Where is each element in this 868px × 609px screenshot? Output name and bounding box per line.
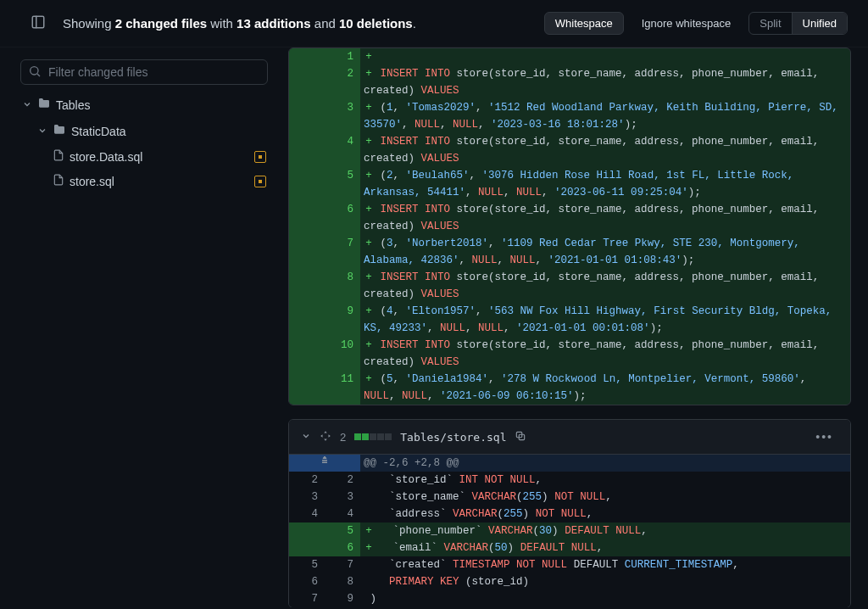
diff-line[interactable]: 7+ (3, 'Norbert2018', '1109 Red Cedar Tr… xyxy=(289,235,850,269)
changes-summary: Showing 2 changed files with 13 addition… xyxy=(63,16,416,31)
tree-file-store-sql[interactable]: store.sql xyxy=(44,169,275,193)
diff-file-store-data-sql: 1+ 2+ INSERT INTO store(store_id, store_… xyxy=(288,47,851,405)
tree-label: store.Data.sql xyxy=(70,150,142,164)
svg-point-2 xyxy=(31,67,38,75)
file-tree-sidebar: Tables StaticData store.Data.sql store.s… xyxy=(0,47,288,607)
tree-folder-staticdata[interactable]: StaticData xyxy=(29,118,275,144)
diff-line[interactable]: 1+ xyxy=(289,48,850,65)
tree-folder-tables[interactable]: Tables xyxy=(14,92,275,118)
diff-line[interactable]: 10+ INSERT INTO store(store_id, store_na… xyxy=(289,337,850,371)
svg-line-3 xyxy=(37,74,40,76)
change-count: 2 xyxy=(340,431,346,444)
whitespace-button[interactable]: Whitespace xyxy=(544,12,624,35)
diff-line[interactable]: 5+ (2, 'Beulah65', '3076 Hidden Rose Hil… xyxy=(289,167,850,201)
svg-rect-0 xyxy=(32,16,44,28)
diff-line[interactable]: 44 `address` VARCHAR(255) NOT NULL, xyxy=(289,506,850,522)
modified-indicator-icon xyxy=(254,151,266,163)
unified-view-button[interactable]: Unified xyxy=(792,13,847,34)
diff-line[interactable]: 68 PRIMARY KEY (store_id) xyxy=(289,573,850,590)
copy-icon[interactable] xyxy=(515,430,526,444)
chevron-down-icon xyxy=(22,98,32,112)
tree-label: store.sql xyxy=(70,175,114,188)
diff-line[interactable]: 57 `created` TIMESTAMP NOT NULL DEFAULT … xyxy=(289,556,850,573)
more-options-icon[interactable]: ••• xyxy=(810,428,838,445)
view-mode-segment: Split Unified xyxy=(748,12,848,35)
diff-line[interactable]: 6+ `email` VARCHAR(50) DEFAULT NULL, xyxy=(289,539,850,556)
diff-line[interactable]: 9+ (4, 'Elton1957', '563 NW Fox Hill Hig… xyxy=(289,303,850,337)
diff-line[interactable]: 5+ `phone_number` VARCHAR(30) DEFAULT NU… xyxy=(289,522,850,539)
diff-viewer[interactable]: 1+ 2+ INSERT INTO store(store_id, store_… xyxy=(288,47,868,607)
filter-files-input[interactable] xyxy=(20,59,268,85)
chevron-down-icon xyxy=(37,125,47,138)
modified-indicator-icon xyxy=(254,176,266,187)
diff-line[interactable]: 6+ INSERT INTO store(store_id, store_nam… xyxy=(289,201,850,235)
file-path[interactable]: Tables/store.sql xyxy=(400,431,506,444)
diff-line[interactable]: 8+ INSERT INTO store(store_id, store_nam… xyxy=(289,269,850,303)
split-view-button[interactable]: Split xyxy=(749,13,791,34)
ignore-whitespace-button[interactable]: Ignore whitespace xyxy=(631,12,743,35)
diff-line[interactable]: @@ -2,6 +2,8 @@ xyxy=(289,455,850,472)
file-header: 2 Tables/store.sql ••• xyxy=(289,420,850,455)
file-icon xyxy=(53,149,64,164)
search-icon xyxy=(28,64,42,81)
diff-line[interactable]: 33 `store_name` VARCHAR(255) NOT NULL, xyxy=(289,489,850,506)
diff-stat-bar xyxy=(354,433,392,440)
diff-line[interactable]: 4+ INSERT INTO store(store_id, store_nam… xyxy=(289,133,850,167)
diff-line[interactable]: 79 ) xyxy=(289,590,850,607)
panel-toggle-icon[interactable] xyxy=(31,14,46,32)
header-bar: Showing 2 changed files with 13 addition… xyxy=(0,0,868,47)
tree-label: StaticData xyxy=(71,125,126,138)
diff-line[interactable]: 3+ (1, 'Tomas2029', '1512 Red Woodland P… xyxy=(289,99,850,133)
diff-line[interactable]: 22 `store_id` INT NOT NULL, xyxy=(289,472,850,489)
folder-icon xyxy=(37,97,51,113)
diff-line[interactable]: 11+ (5, 'Daniela1984', '278 W Rockwood L… xyxy=(289,371,850,405)
diff-file-store-sql: 2 Tables/store.sql ••• @@ -2,6 +2,8 @@22… xyxy=(288,419,851,607)
tree-file-store-data-sql[interactable]: store.Data.sql xyxy=(44,144,275,169)
diff-line[interactable]: 2+ INSERT INTO store(store_id, store_nam… xyxy=(289,65,850,99)
tree-label: Tables xyxy=(56,98,90,112)
folder-icon xyxy=(53,123,66,139)
chevron-down-icon[interactable] xyxy=(301,430,311,444)
file-icon xyxy=(53,174,64,188)
expand-icon[interactable] xyxy=(320,430,331,444)
